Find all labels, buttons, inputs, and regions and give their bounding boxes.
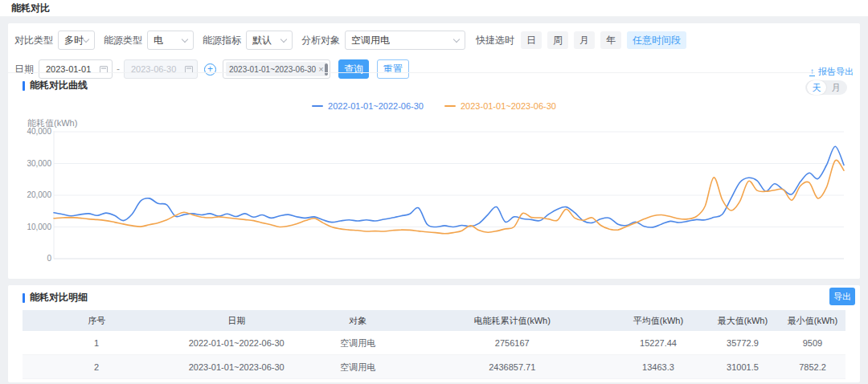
table-cell: 15227.44 xyxy=(611,331,706,354)
table-cell: 2 xyxy=(23,355,170,378)
table-cell: 2436857.71 xyxy=(413,355,611,378)
table-row: 22023-01-01~2023-06-30空调用电2436857.711346… xyxy=(23,355,845,379)
detail-table: 序号日期对象电能耗累计值(kWh)平均值(kWh)最大值(kWh)最小值(kWh… xyxy=(23,310,845,379)
table-cell: 2756167 xyxy=(413,331,611,354)
detail-table-panel: 能耗对比明细 导出 序号日期对象电能耗累计值(kWh)平均值(kWh)最大值(k… xyxy=(8,285,860,382)
column-header: 最大值(kWh) xyxy=(706,310,780,331)
table-cell: 31001.5 xyxy=(706,355,780,378)
table-row: 12022-01-01~2022-06-30空调用电275616715227.4… xyxy=(23,331,845,355)
table-export-button[interactable]: 导出 xyxy=(829,288,855,305)
energy-compare-page: 能耗对比 对比类型多时间能源类型电能源指标默认分析对象空调用电 快捷选时 日周月… xyxy=(0,0,868,384)
series-line-2023 xyxy=(54,160,844,233)
table-cell: 9509 xyxy=(780,331,845,354)
table-header-row: 序号日期对象电能耗累计值(kWh)平均值(kWh)最大值(kWh)最小值(kWh… xyxy=(23,310,845,331)
comparison-line-chart xyxy=(8,23,860,279)
column-header: 最小值(kWh) xyxy=(780,310,845,331)
detail-section-header: 能耗对比明细 xyxy=(23,291,88,304)
series-line-2022 xyxy=(54,146,844,227)
table-cell: 2023-01-01~2023-06-30 xyxy=(170,355,302,378)
table-cell: 空调用电 xyxy=(302,355,413,378)
detail-section-title: 能耗对比明细 xyxy=(30,291,88,304)
section-accent-bar xyxy=(23,293,25,303)
table-cell: 空调用电 xyxy=(302,331,413,354)
table-cell: 13463.3 xyxy=(611,355,706,378)
column-header: 对象 xyxy=(302,310,413,331)
table-cell: 35772.9 xyxy=(706,331,780,354)
table-cell: 2022-01-01~2022-06-30 xyxy=(170,331,302,354)
column-header: 日期 xyxy=(170,310,302,331)
page-header: 能耗对比 xyxy=(0,0,868,17)
column-header: 平均值(kWh) xyxy=(611,310,706,331)
column-header: 电能耗累计值(kWh) xyxy=(413,310,611,331)
table-cell: 1 xyxy=(23,331,170,354)
page-title: 能耗对比 xyxy=(0,0,868,17)
column-header: 序号 xyxy=(23,310,170,331)
table-cell: 7852.2 xyxy=(780,355,845,378)
filter-and-chart-panel: 对比类型多时间能源类型电能源指标默认分析对象空调用电 快捷选时 日周月年任意时间… xyxy=(8,23,860,279)
